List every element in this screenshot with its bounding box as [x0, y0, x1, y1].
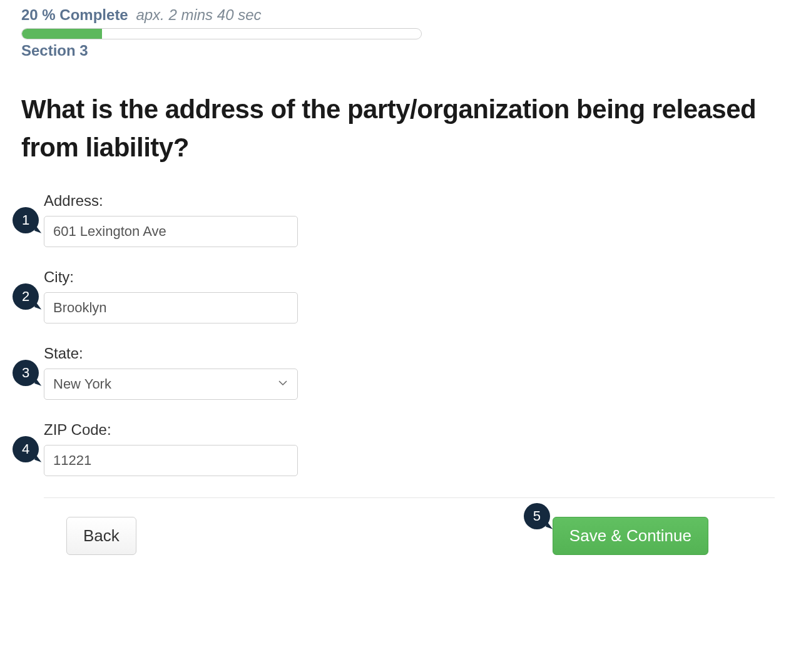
city-input[interactable] [44, 292, 298, 323]
save-continue-button[interactable]: Save & Continue [553, 517, 708, 555]
step-bubble-5: 5 [524, 503, 550, 529]
field-zip: 4 ZIP Code: [44, 421, 775, 476]
progress-percent-text: 20 % Complete [21, 6, 128, 23]
progress-bar [21, 28, 422, 39]
question-heading: What is the address of the party/organiz… [21, 91, 775, 167]
step-bubble-4: 4 [13, 436, 39, 462]
divider [44, 497, 775, 498]
state-label: State: [44, 345, 775, 362]
section-label: Section 3 [21, 42, 775, 59]
zip-label: ZIP Code: [44, 421, 775, 439]
address-input[interactable] [44, 216, 298, 247]
step-bubble-2: 2 [13, 283, 39, 310]
progress-bar-fill [22, 29, 102, 39]
progress-status: 20 % Complete apx. 2 mins 40 sec [21, 6, 775, 24]
step-bubble-1: 1 [13, 207, 39, 233]
zip-input[interactable] [44, 445, 298, 476]
address-label: Address: [44, 192, 775, 210]
field-city: 2 City: [44, 268, 775, 323]
state-select[interactable]: New York [44, 369, 298, 400]
back-button[interactable]: Back [66, 517, 136, 555]
step-bubble-3: 3 [13, 360, 39, 386]
progress-apx-text: apx. 2 mins 40 sec [136, 6, 261, 23]
city-label: City: [44, 268, 775, 286]
field-state: 3 State: New York [44, 345, 775, 400]
field-address: 1 Address: [44, 192, 775, 247]
